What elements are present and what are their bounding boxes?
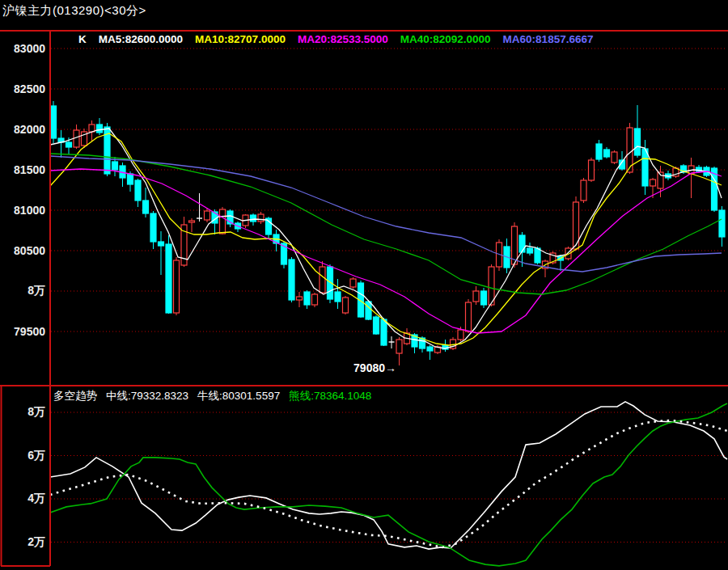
candle-down [97,125,103,133]
candlestick-chart[interactable] [0,0,728,570]
candle-down [374,317,379,334]
y-axis-label: 82000 [0,123,45,136]
candle-up [74,130,79,147]
candle-down [481,291,487,305]
legend-ma40: MA40:82092.0000 [400,33,491,45]
candle-up [589,160,595,180]
candle-down [166,244,171,313]
candle-up [458,330,463,340]
candle-down [112,162,118,170]
legend-indicator-name: 多空趋势 [53,389,97,403]
candle-down [251,215,256,222]
y-axis-label: 81500 [0,163,45,176]
candle-up [258,214,264,222]
candle-up [581,180,586,201]
candle-down [128,174,133,184]
candle-up [612,152,617,163]
legend-bull-line: 牛线:80301.5597 [197,389,280,403]
candle-up [89,125,95,132]
candle-up [297,297,303,300]
candle-up [473,291,479,302]
candle-down [635,129,641,155]
y-axis-label: 80500 [0,244,45,257]
candle-down [719,210,725,237]
candle-down [335,292,341,302]
y-axis-label: 82500 [0,82,45,95]
candle-up [205,211,210,220]
candle-up [396,340,402,353]
candle-down [66,142,72,147]
indicator-line [50,402,727,549]
candle-down [143,201,149,213]
y-axis-label: 4万 [0,492,45,506]
legend-k: K [78,33,87,45]
y-axis-label: 6万 [0,449,45,463]
candle-down [519,235,525,252]
candle-up [189,221,195,222]
candle-up [220,209,226,234]
y-axis-label: 83000 [0,42,45,55]
candle-down [535,248,540,263]
legend-ma10: MA10:82707.0000 [195,33,286,45]
candle-down [150,213,156,242]
y-axis-label: 8万 [0,284,45,298]
low-price-annotation: 79080→ [327,361,396,374]
legend-ma60: MA60:81857.6667 [503,33,594,45]
y-axis-label: 81000 [0,204,45,217]
candle-down [159,242,164,246]
candle-down [427,347,433,351]
candle-down [604,150,610,157]
y-axis-label: 8万 [0,405,45,420]
indicator-line [50,420,727,547]
candle-down [381,319,387,345]
legend-bear-line: 熊线:78364.1048 [289,389,371,403]
candle-down [596,144,602,159]
candle-up [312,294,318,305]
candle-down [304,292,310,305]
candle-up [174,260,180,313]
legend-ma5: MA5:82600.0000 [99,33,183,45]
candle-down [642,149,648,186]
trading-app-window: 沪镍主力(013290)<30分> K MA5:82600.0000 MA10:… [0,0,728,570]
sub-chart-legend: 多空趋势 中线:79332.8323 牛线:80301.5597 熊线:7836… [53,389,371,403]
y-axis-label: 2万 [0,535,45,550]
main-chart-legend: K MA5:82600.0000 MA10:82707.0000 MA20:82… [78,33,593,45]
candle-up [466,302,472,331]
candle-down [135,180,141,201]
candle-down [366,302,371,319]
legend-mid-line: 中线:79332.8323 [106,389,188,403]
candle-down [289,260,294,300]
legend-ma20: MA20:82533.5000 [298,33,388,45]
candle-up [343,298,349,313]
candle-down [527,248,533,253]
candle-up [350,279,356,287]
candle-up [650,179,656,186]
y-axis-label: 79500 [0,325,45,338]
candle-up [320,267,325,293]
candle-down [51,106,57,138]
